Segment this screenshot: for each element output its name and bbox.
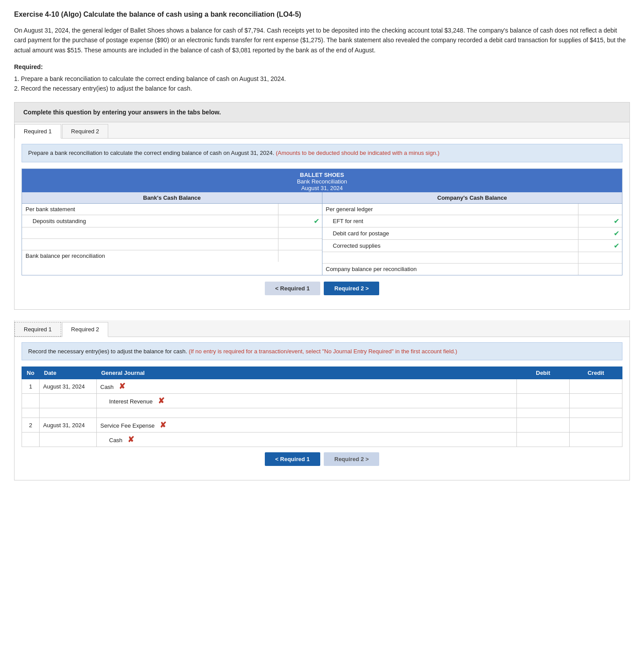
- recon-date: August 31, 2024: [24, 185, 620, 191]
- tab-required2-section2[interactable]: Required 2: [62, 322, 109, 337]
- recon-left: Per bank statement Deposits outstanding …: [22, 204, 322, 275]
- section1-instruction-text: Prepare a bank reconciliation to calcula…: [28, 150, 274, 156]
- section2-instruction-red: (If no entry is required for a transacti…: [189, 348, 457, 355]
- section2-next-button[interactable]: Required 2 >: [324, 452, 379, 466]
- tab-required2-section1[interactable]: Required 2: [62, 124, 109, 138]
- section1-instruction: Prepare a bank reconciliation to calcula…: [22, 144, 622, 162]
- recon-right-value-4[interactable]: ✔: [578, 240, 622, 252]
- complete-instruction-text: Complete this question by entering your …: [23, 109, 221, 116]
- section1-tabs-header: Required 1 Required 2: [15, 122, 629, 139]
- recon-right-value-2[interactable]: ✔: [578, 215, 622, 227]
- exercise-title: Exercise 4-10 (Algo) Calculate the balan…: [14, 11, 630, 18]
- journal-credit-3[interactable]: [570, 418, 622, 432]
- journal-blank-row-1: [22, 408, 622, 418]
- section2-tab-content: Record the necessary entry(ies) to adjus…: [15, 337, 629, 472]
- recon-right-row-6: Company balance per reconciliation: [322, 264, 622, 275]
- section2-nav-buttons: < Required 1 Required 2 >: [22, 452, 622, 466]
- recon-left-value-5[interactable]: [278, 250, 322, 262]
- journal-row-4: Cash ✘: [22, 432, 622, 447]
- recon-right-row-1: Per general ledger: [322, 204, 622, 215]
- section1-tab-content: Prepare a bank reconciliation to calcula…: [15, 139, 629, 301]
- journal-col-no: No: [22, 367, 40, 379]
- section1-prev-button[interactable]: < Required 1: [265, 282, 320, 295]
- journal-no-1: 1: [22, 379, 40, 394]
- recon-company-name: BALLET SHOES: [24, 172, 620, 178]
- x-icon-4[interactable]: ✘: [128, 435, 134, 444]
- section1-tabs-container: Required 1 Required 2 Prepare a bank rec…: [14, 122, 630, 310]
- section2-prev-button[interactable]: < Required 1: [265, 452, 320, 466]
- recon-left-value-1[interactable]: [278, 204, 322, 215]
- recon-left-label-3: [22, 227, 278, 238]
- section1-nav-buttons: < Required 1 Required 2 >: [22, 282, 622, 295]
- recon-left-value-4[interactable]: [278, 239, 322, 250]
- recon-left-col-header: Bank's Cash Balance: [22, 192, 322, 203]
- tab-required1-section2[interactable]: Required 1: [15, 322, 61, 337]
- section2-tabs-container: Required 1 Required 2 Record the necessa…: [14, 320, 630, 481]
- recon-left-label-2: Deposits outstanding: [22, 215, 278, 227]
- tab-required1-section1[interactable]: Required 1: [15, 124, 61, 139]
- journal-date-2: [40, 394, 97, 408]
- journal-date-1: August 31, 2024: [40, 379, 97, 394]
- recon-left-label-4: [22, 239, 278, 250]
- recon-right-value-1[interactable]: [578, 204, 622, 215]
- x-icon-1[interactable]: ✘: [119, 382, 125, 391]
- section2-instruction-text: Record the necessary entry(ies) to adjus…: [28, 348, 187, 355]
- recon-left-row-1: Per bank statement: [22, 204, 322, 215]
- recon-header: BALLET SHOES Bank Reconciliation August …: [22, 169, 622, 192]
- recon-left-value-2[interactable]: ✔: [278, 215, 322, 227]
- section1-next-button[interactable]: Required 2 >: [324, 282, 379, 295]
- recon-right-label-6: Company balance per reconciliation: [322, 264, 578, 275]
- journal-debit-3[interactable]: [517, 418, 570, 432]
- journal-credit-4[interactable]: [570, 432, 622, 447]
- recon-left-value-3[interactable]: [278, 227, 322, 238]
- journal-col-credit: Credit: [570, 367, 622, 379]
- journal-credit-1[interactable]: [570, 379, 622, 394]
- recon-right-value-5[interactable]: [578, 252, 622, 263]
- recon-right-row-3: Debit card for postage ✔: [322, 227, 622, 240]
- recon-right: Per general ledger EFT for rent ✔ Debit …: [322, 204, 622, 275]
- journal-row-3: 2 August 31, 2024 Service Fee Expense ✘: [22, 418, 622, 432]
- required-item-2: 2. Record the necessary entry(ies) to ad…: [14, 84, 630, 93]
- recon-left-row-4: [22, 239, 322, 250]
- x-icon-2[interactable]: ✘: [158, 396, 165, 405]
- recon-right-row-5: [322, 252, 622, 264]
- journal-col-debit: Debit: [517, 367, 570, 379]
- recon-right-value-3[interactable]: ✔: [578, 227, 622, 239]
- recon-right-row-2: EFT for rent ✔: [322, 215, 622, 227]
- recon-col-headers: Bank's Cash Balance Company's Cash Balan…: [22, 192, 622, 204]
- journal-account-1: Cash ✘: [97, 379, 517, 394]
- journal-no-3: 2: [22, 418, 40, 432]
- journal-account-4: Cash ✘: [97, 432, 517, 447]
- required-header: Required:: [14, 62, 630, 72]
- intro-text: On August 31, 2024, the general ledger o…: [14, 26, 630, 55]
- check-icon-deposits: ✔: [314, 217, 319, 225]
- journal-no-4: [22, 432, 40, 447]
- recon-subtitle: Bank Reconciliation: [24, 178, 620, 185]
- recon-right-col-header: Company's Cash Balance: [322, 192, 622, 203]
- journal-debit-1[interactable]: [517, 379, 570, 394]
- recon-right-label-5: [322, 252, 578, 263]
- journal-no-2: [22, 394, 40, 408]
- journal-account-2: Interest Revenue ✘: [97, 394, 517, 408]
- section2-container: Required 1 Required 2 Record the necessa…: [14, 320, 630, 481]
- recon-left-label-1: Per bank statement: [22, 204, 278, 215]
- journal-debit-2[interactable]: [517, 394, 570, 408]
- journal-row-2: Interest Revenue ✘: [22, 394, 622, 408]
- journal-date-4: [40, 432, 97, 447]
- journal-date-3: August 31, 2024: [40, 418, 97, 432]
- check-icon-eft: ✔: [614, 217, 619, 225]
- check-icon-postage: ✔: [614, 229, 619, 238]
- recon-body: Per bank statement Deposits outstanding …: [22, 204, 622, 275]
- check-icon-supplies: ✔: [614, 242, 619, 250]
- recon-right-label-2: EFT for rent: [322, 215, 578, 227]
- recon-right-value-6[interactable]: [578, 264, 622, 275]
- journal-col-date: Date: [40, 367, 97, 379]
- recon-right-label-1: Per general ledger: [322, 204, 578, 215]
- complete-instruction-box: Complete this question by entering your …: [14, 102, 630, 122]
- journal-col-journal: General Journal: [97, 367, 517, 379]
- journal-entry-table: No Date General Journal Debit Credit 1 A…: [22, 366, 622, 447]
- journal-credit-2[interactable]: [570, 394, 622, 408]
- journal-debit-4[interactable]: [517, 432, 570, 447]
- recon-right-label-4: Corrected supplies: [322, 240, 578, 252]
- x-icon-3[interactable]: ✘: [160, 421, 166, 429]
